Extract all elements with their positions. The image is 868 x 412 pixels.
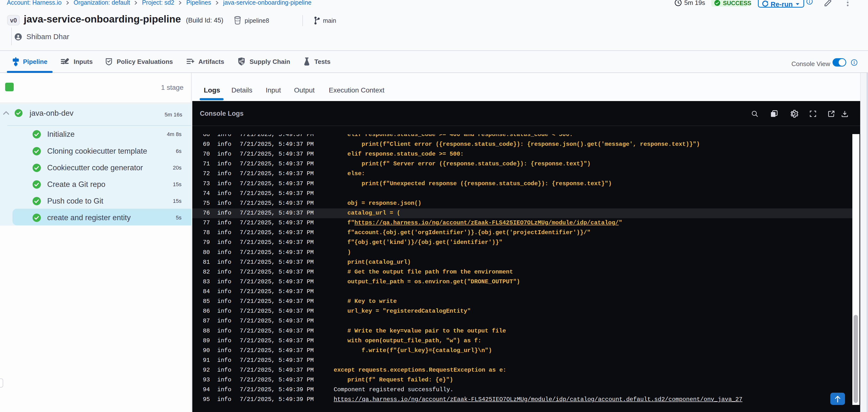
svg-text:</>: </> (235, 19, 240, 23)
